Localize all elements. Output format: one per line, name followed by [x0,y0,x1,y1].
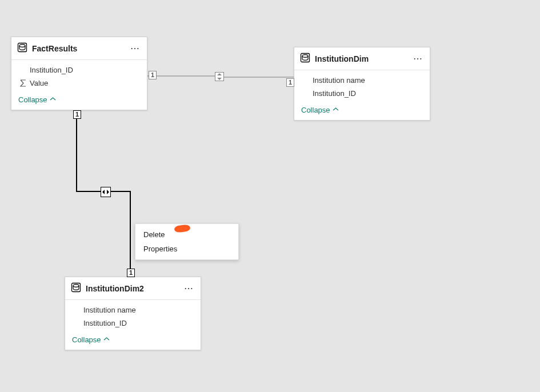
table-title: FactResults [32,44,129,53]
collapse-label: Collapse [72,335,101,344]
table-institutiondim2[interactable]: InstitutionDim2 ⋯ Institution name Insti… [65,277,201,350]
chevron-up-icon [333,106,339,114]
collapse-label: Collapse [18,95,47,104]
field-name: Value [30,79,48,87]
table-icon [17,42,27,54]
table-fields: Institution name Institution_ID [294,70,430,101]
relationship-direction-both-icon[interactable] [101,187,111,197]
field-row[interactable]: Institution_ID [294,87,430,100]
table-fields: Institution_ID Value [11,60,147,91]
table-header[interactable]: FactResults ⋯ [11,37,147,60]
model-canvas[interactable]: 1 1 1 1 FactResults ⋯ Institution_ID [0,0,540,392]
svg-point-1 [19,45,25,47]
table-header[interactable]: InstitutionDim ⋯ [294,47,430,70]
more-options-icon[interactable]: ⋯ [183,283,195,294]
table-factresults[interactable]: FactResults ⋯ Institution_ID Value Colla… [11,37,147,110]
table-institutiondim[interactable]: InstitutionDim ⋯ Institution name Instit… [294,47,430,121]
table-title: InstitutionDim [315,54,412,63]
more-options-icon[interactable]: ⋯ [412,53,424,64]
cardinality-factresults-right: 1 [149,71,157,79]
table-header[interactable]: InstitutionDim2 ⋯ [65,277,201,300]
field-name: Institution_ID [313,89,356,98]
chevron-up-icon [50,95,56,104]
field-row[interactable]: Institution name [65,303,201,317]
chevron-up-icon [103,335,110,344]
cardinality-institutiondim2-top: 1 [127,269,135,277]
table-icon [71,282,81,294]
field-row[interactable]: Institution_ID [11,63,147,77]
field-name: Institution name [83,306,136,314]
collapse-button[interactable]: Collapse [11,91,147,110]
field-name: Institution_ID [30,66,73,74]
svg-point-5 [73,285,79,287]
table-icon [300,53,310,65]
field-row[interactable]: Value [11,77,147,90]
cardinality-factresults-bottom: 1 [73,110,81,119]
svg-point-3 [302,55,308,58]
relationship-direction-icon[interactable] [215,72,224,81]
collapse-label: Collapse [301,106,330,114]
collapse-button[interactable]: Collapse [294,101,430,120]
table-title: InstitutionDim2 [86,284,183,293]
field-row[interactable]: Institution_ID [65,317,201,330]
more-options-icon[interactable]: ⋯ [129,43,141,54]
sigma-icon [19,79,30,87]
field-name: Institution_ID [83,319,127,327]
field-name: Institution name [313,76,365,85]
field-row[interactable]: Institution name [294,74,430,87]
collapse-button[interactable]: Collapse [65,331,201,350]
cardinality-institutiondim-left: 1 [286,78,294,87]
context-menu-properties[interactable]: Properties [135,242,238,256]
table-fields: Institution name Institution_ID [65,300,201,331]
